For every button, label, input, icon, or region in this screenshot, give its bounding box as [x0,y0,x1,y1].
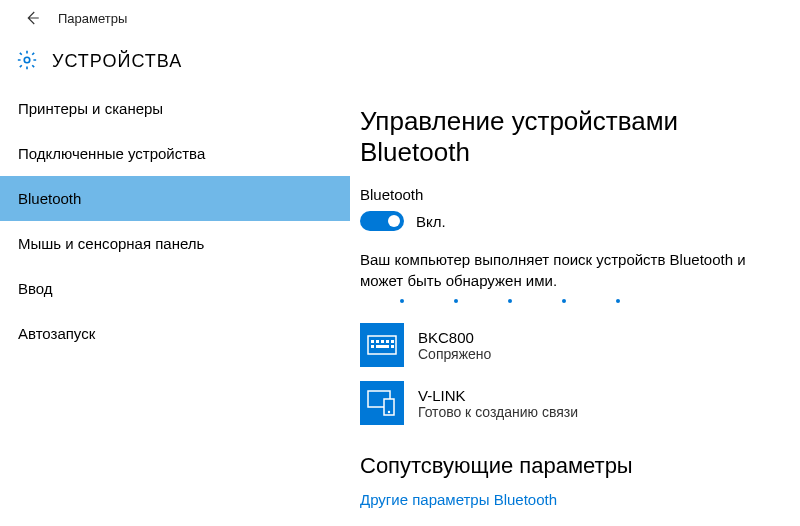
svg-rect-3 [376,340,379,343]
device-item-1[interactable]: V-LINKГотово к созданию связи [360,381,770,425]
content-pane: Управление устройствами Bluetooth Blueto… [350,86,800,526]
other-bluetooth-params-link[interactable]: Другие параметры Bluetooth [360,491,770,508]
device-name: BKC800 [418,329,491,346]
svg-rect-5 [386,340,389,343]
content-heading: Управление устройствами Bluetooth [360,106,770,168]
sidebar-item-2[interactable]: Bluetooth [0,176,350,221]
svg-point-0 [24,57,30,63]
device-status: Сопряжено [418,346,491,362]
sidebar: Принтеры и сканерыПодключенные устройств… [0,86,350,526]
sidebar-item-1[interactable]: Подключенные устройства [0,131,350,176]
svg-rect-9 [391,345,394,348]
gear-icon [16,49,38,74]
search-description: Ваш компьютер выполняет поиск устройств … [360,249,770,291]
related-heading: Сопутсвующие параметры [360,453,770,479]
sidebar-item-0[interactable]: Принтеры и сканеры [0,86,350,131]
svg-rect-6 [371,345,374,348]
device-item-0[interactable]: BKC800Сопряжено [360,323,770,367]
keyboard-icon [360,323,404,367]
svg-rect-2 [371,340,374,343]
svg-rect-7 [376,345,389,348]
devices-icon [360,381,404,425]
progress-dots [360,299,770,303]
sidebar-item-4[interactable]: Ввод [0,266,350,311]
page-header: УСТРОЙСТВА [0,36,800,86]
svg-rect-8 [391,340,394,343]
device-status: Готово к созданию связи [418,404,578,420]
app-title: Параметры [58,11,127,26]
back-button[interactable] [20,6,44,30]
bluetooth-toggle[interactable] [360,211,404,231]
arrow-left-icon [23,9,41,27]
sidebar-item-3[interactable]: Мышь и сенсорная панель [0,221,350,266]
toggle-state: Вкл. [416,213,446,230]
titlebar: Параметры [0,0,800,36]
sidebar-item-5[interactable]: Автозапуск [0,311,350,356]
page-title: УСТРОЙСТВА [52,51,182,72]
toggle-label: Bluetooth [360,186,770,203]
device-name: V-LINK [418,387,578,404]
svg-rect-4 [381,340,384,343]
svg-point-12 [388,411,390,413]
